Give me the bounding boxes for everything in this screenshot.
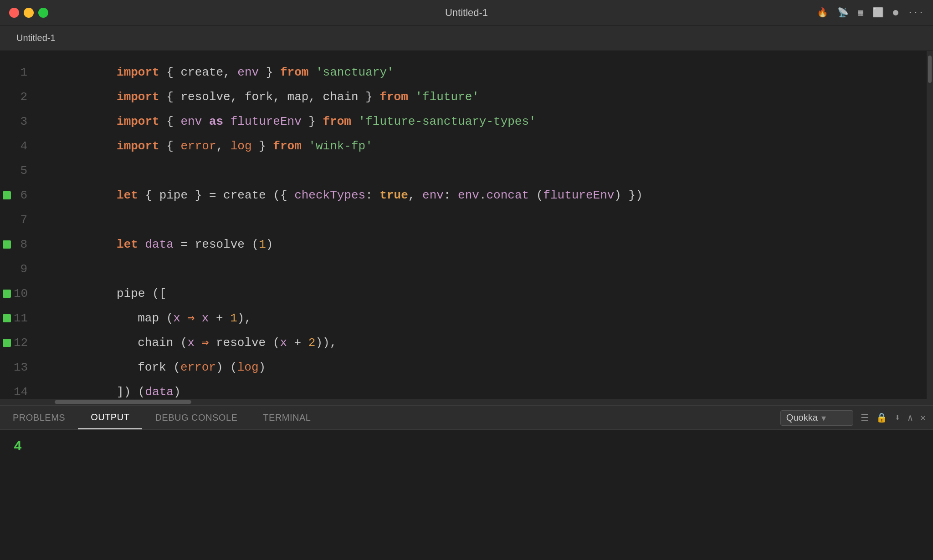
token-error13: error [180,361,216,374]
line-number-7: 7 [14,208,41,232]
title-bar: Untitled-1 🔥 📡 ▦ ⬜ ··· [0,0,933,25]
line-indicator-11 [0,314,14,322]
window-title: Untitled-1 [445,7,488,19]
bottom-panel: PROBLEMS OUTPUT DEBUG CONSOLE TERMINAL Q… [0,405,933,560]
line-number-10: 10 [14,281,41,306]
breakpoint-dot-12[interactable] [3,339,11,347]
minimize-button[interactable] [24,8,34,18]
panel-tabs: PROBLEMS OUTPUT DEBUG CONSOLE TERMINAL Q… [0,406,933,430]
token-env6: env [422,188,444,202]
table-row: 8 let data = resolve (1) [0,232,927,257]
line-number-1: 1 [14,60,41,85]
line-indicator-8 [0,240,14,249]
line-indicator-10 [0,290,14,298]
token-pipe: pipe [159,188,188,202]
string-fluture-sanctuary: 'fluture-sanctuary-types' [359,115,536,128]
keyword-let8: let [117,238,138,251]
vertical-scrollbar[interactable] [927,51,933,399]
token-env6b: env [458,188,479,202]
tab-bar: Untitled-1 [0,25,933,51]
token-log13: log [237,361,259,374]
panel-output: 4 [0,430,933,560]
line-number-2: 2 [14,85,41,109]
token-data: data [145,238,173,251]
tab-terminal[interactable]: TERMINAL [250,406,323,429]
token-error: error [180,139,216,153]
breakpoint-dot-11[interactable] [3,314,11,322]
output-value: 4 [14,439,22,454]
title-bar-actions: 🔥 📡 ▦ ⬜ ··· [817,7,924,18]
line-indicator-12 [0,339,14,347]
dropdown-value: Quokka [786,412,818,423]
token-true: true [379,188,408,202]
horizontal-scrollbar[interactable] [0,399,933,405]
token-log: log [231,139,252,153]
unsaved-dot [893,10,898,15]
scroll-down-icon[interactable]: ⬇ [895,412,900,423]
token-create6: create [223,188,266,202]
breakpoint-dot-10[interactable] [3,290,11,298]
tab-debug-console[interactable]: DEBUG CONSOLE [142,406,250,429]
token-resolve8: resolve [195,238,245,251]
line-number-14: 14 [14,380,41,399]
panel-actions: Quokka ▾ ☰ 🔒 ⬇ ∧ ✕ [780,410,933,426]
fullscreen-button[interactable] [38,8,48,18]
token-x12b: x [280,336,287,350]
line-number-9: 9 [14,257,41,281]
editor-main: 1 import { create, env } from 'sanctuary… [0,51,933,399]
line-number-8: 8 [14,232,41,257]
breakpoint-dot-6[interactable] [3,191,11,199]
close-panel-icon[interactable]: ✕ [920,412,926,423]
string-wink: 'wink-fp' [308,139,372,153]
table-row: 14 ]) (data) [0,380,927,399]
token-data14: data [145,385,173,399]
token-concat: concat [486,188,529,202]
h-scrollbar-thumb[interactable] [55,400,191,404]
keyword-import4: import [117,139,159,153]
code-line-14: ]) (data) [41,355,180,399]
token-checktypes: checkTypes [294,188,365,202]
broadcast-icon[interactable]: 📡 [837,7,849,18]
line-indicator-6 [0,191,14,199]
flame-icon[interactable]: 🔥 [817,7,828,18]
line-number-4: 4 [14,134,41,158]
tab-label: Untitled-1 [16,33,56,43]
code-area[interactable]: 1 import { create, env } from 'sanctuary… [0,51,927,399]
split-icon[interactable]: ⬜ [872,7,884,18]
line-number-13: 13 [14,355,41,380]
table-row: 6 let { pipe } = create ({ checkTypes: t… [0,183,927,208]
editor-container: Untitled-1 1 import { create, env } from… [0,25,933,560]
editor-tab[interactable]: Untitled-1 [9,29,63,47]
token-num1: 1 [259,238,266,251]
chevron-up-icon[interactable]: ∧ [907,412,913,423]
output-source-dropdown[interactable]: Quokka ▾ [780,410,853,426]
tab-problems[interactable]: PROBLEMS [0,406,78,429]
token-fluture-env6: flutureEnv [543,188,614,202]
line-number-6: 6 [14,183,41,208]
tab-output[interactable]: OUTPUT [78,406,142,429]
chevron-down-icon: ▾ [821,412,826,423]
layout-icon[interactable]: ▦ [858,7,863,18]
filter-icon[interactable]: ☰ [861,412,869,423]
traffic-lights [9,8,48,18]
line-number-11: 11 [14,306,41,331]
keyword-let6: let [117,188,138,202]
line-number-3: 3 [14,109,41,134]
close-button[interactable] [9,8,19,18]
lock-icon[interactable]: 🔒 [876,412,887,423]
more-icon[interactable]: ··· [907,7,924,18]
scrollbar-thumb[interactable] [928,56,932,83]
line-number-12: 12 [14,331,41,355]
breakpoint-dot-8[interactable] [3,240,11,249]
line-number-5: 5 [14,158,41,183]
token-num12: 2 [308,336,316,350]
keyword-from4: from [273,139,301,153]
